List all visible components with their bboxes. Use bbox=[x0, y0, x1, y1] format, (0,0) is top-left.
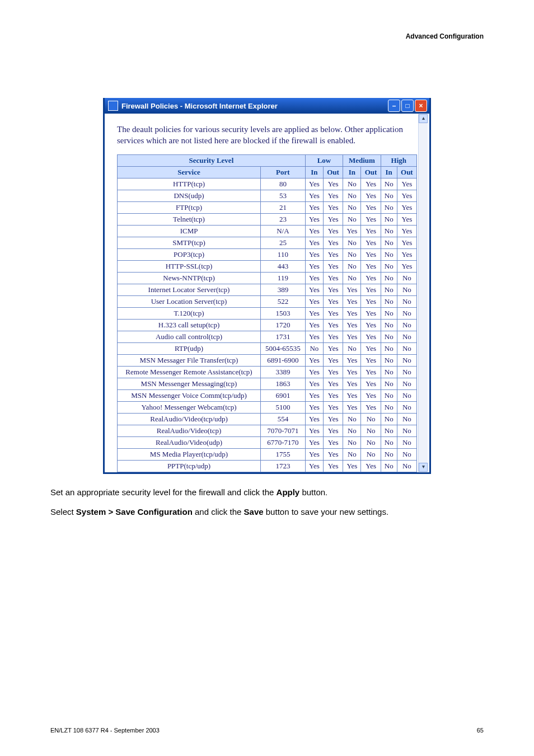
cell-service: T.120(tcp) bbox=[118, 307, 261, 319]
minimize-button[interactable]: – bbox=[388, 100, 400, 112]
cell-value: Yes bbox=[343, 366, 361, 378]
cell-value: No bbox=[381, 436, 397, 448]
cell-service: News-NNTP(tcp) bbox=[118, 272, 261, 284]
cell-value: Yes bbox=[361, 319, 381, 331]
cell-value: Yes bbox=[343, 225, 361, 237]
cell-service: Telnet(tcp) bbox=[118, 213, 261, 225]
page-header-right: Advanced Configuration bbox=[406, 32, 484, 40]
cell-value: Yes bbox=[305, 436, 323, 448]
cell-service: Yahoo! Messenger Webcam(tcp) bbox=[118, 401, 261, 413]
titlebar: Firewall Policies - Microsoft Internet E… bbox=[105, 98, 429, 114]
cell-port: 80 bbox=[261, 178, 306, 190]
cell-value: Yes bbox=[305, 378, 323, 389]
cell-value: Yes bbox=[323, 237, 343, 248]
table-row: ICMPN/AYesYesYesYesNoYes bbox=[118, 225, 417, 237]
cell-value: No bbox=[381, 354, 397, 366]
table-body: HTTP(tcp)80YesYesNoYesNoYesDNS(udp)53Yes… bbox=[118, 178, 417, 472]
cell-value: No bbox=[343, 201, 361, 213]
cell-value: No bbox=[305, 342, 323, 354]
cell-value: Yes bbox=[361, 307, 381, 319]
cell-value: Yes bbox=[343, 284, 361, 295]
scrollbar[interactable]: ▴ ▾ bbox=[418, 114, 428, 472]
cell-value: No bbox=[343, 448, 361, 460]
cell-value: Yes bbox=[305, 260, 323, 272]
cell-value: Yes bbox=[361, 331, 381, 342]
cell-value: Yes bbox=[305, 213, 323, 225]
cell-port: 119 bbox=[261, 272, 306, 284]
cell-value: Yes bbox=[323, 342, 343, 354]
cell-value: Yes bbox=[305, 448, 323, 460]
cell-service: Audio call control(tcp) bbox=[118, 331, 261, 342]
cell-port: 5004-65535 bbox=[261, 342, 306, 354]
close-button[interactable]: × bbox=[415, 100, 427, 112]
col-low-in: In bbox=[305, 166, 323, 178]
maximize-button[interactable]: □ bbox=[401, 100, 414, 112]
table-row: Yahoo! Messenger Webcam(tcp)5100YesYesYe… bbox=[118, 401, 417, 413]
cell-value: Yes bbox=[343, 331, 361, 342]
cell-port: 21 bbox=[261, 201, 306, 213]
cell-service: Internet Locator Server(tcp) bbox=[118, 284, 261, 295]
cell-value: Yes bbox=[323, 213, 343, 225]
cell-value: Yes bbox=[323, 284, 343, 295]
cell-value: No bbox=[343, 425, 361, 436]
cell-value: Yes bbox=[343, 295, 361, 307]
cell-value: Yes bbox=[397, 178, 416, 190]
cell-value: Yes bbox=[361, 366, 381, 378]
scroll-up-icon[interactable]: ▴ bbox=[419, 114, 428, 123]
cell-value: Yes bbox=[361, 272, 381, 284]
cell-value: Yes bbox=[361, 342, 381, 354]
cell-value: No bbox=[397, 448, 416, 460]
cell-value: No bbox=[397, 284, 416, 295]
scroll-down-icon[interactable]: ▾ bbox=[419, 463, 428, 472]
cell-value: No bbox=[381, 425, 397, 436]
cell-value: No bbox=[397, 295, 416, 307]
col-low-out: Out bbox=[323, 166, 343, 178]
cell-service: POP3(tcp) bbox=[118, 248, 261, 260]
cell-value: No bbox=[343, 413, 361, 425]
cell-value: No bbox=[343, 260, 361, 272]
table-row: User Location Server(tcp)522YesYesYesYes… bbox=[118, 295, 417, 307]
cell-value: No bbox=[381, 201, 397, 213]
cell-service: Remote Messenger Remote Assistance(tcp) bbox=[118, 366, 261, 378]
cell-service: RTP(udp) bbox=[118, 342, 261, 354]
cell-value: Yes bbox=[361, 354, 381, 366]
cell-value: No bbox=[381, 319, 397, 331]
cell-value: No bbox=[397, 436, 416, 448]
cell-value: No bbox=[397, 342, 416, 354]
table-row: T.120(tcp)1503YesYesYesYesNoNo bbox=[118, 307, 417, 319]
cell-value: Yes bbox=[305, 295, 323, 307]
cell-value: No bbox=[397, 307, 416, 319]
cell-value: Yes bbox=[361, 190, 381, 201]
cell-port: 389 bbox=[261, 284, 306, 295]
table-row: H.323 call setup(tcp)1720YesYesYesYesNoN… bbox=[118, 319, 417, 331]
cell-service: SMTP(tcp) bbox=[118, 237, 261, 248]
cell-value: Yes bbox=[323, 248, 343, 260]
cell-value: No bbox=[381, 331, 397, 342]
cell-value: Yes bbox=[361, 201, 381, 213]
cell-port: 5100 bbox=[261, 401, 306, 413]
intro-text: The deault policies for various security… bbox=[117, 124, 417, 147]
cell-value: No bbox=[361, 436, 381, 448]
cell-port: 53 bbox=[261, 190, 306, 201]
cell-value: Yes bbox=[305, 354, 323, 366]
cell-value: No bbox=[381, 237, 397, 248]
table-row: Remote Messenger Remote Assistance(tcp)3… bbox=[118, 366, 417, 378]
cell-value: Yes bbox=[361, 284, 381, 295]
table-row: POP3(tcp)110YesYesNoYesNoYes bbox=[118, 248, 417, 260]
cell-value: Yes bbox=[323, 295, 343, 307]
cell-value: Yes bbox=[305, 284, 323, 295]
cell-port: 6901 bbox=[261, 389, 306, 401]
cell-value: Yes bbox=[361, 225, 381, 237]
cell-value: No bbox=[397, 460, 416, 472]
cell-value: Yes bbox=[361, 237, 381, 248]
cell-service: RealAudio/Video(tcp) bbox=[118, 425, 261, 436]
cell-value: Yes bbox=[323, 201, 343, 213]
cell-value: No bbox=[381, 178, 397, 190]
col-high: High bbox=[381, 154, 416, 166]
cell-service: HTTP(tcp) bbox=[118, 178, 261, 190]
cell-value: Yes bbox=[323, 448, 343, 460]
table-row: HTTP-SSL(tcp)443YesYesNoYesNoYes bbox=[118, 260, 417, 272]
cell-value: Yes bbox=[305, 389, 323, 401]
col-high-out: Out bbox=[397, 166, 416, 178]
cell-value: No bbox=[381, 307, 397, 319]
